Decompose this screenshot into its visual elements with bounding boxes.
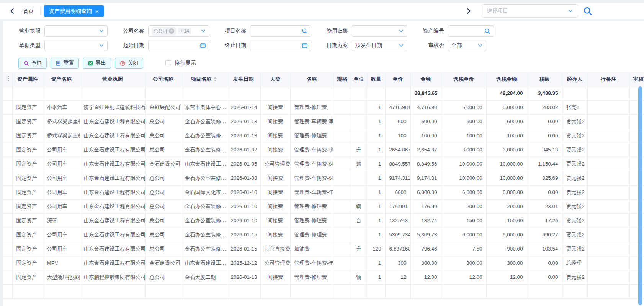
column-header-company: 公司名称 <box>145 72 181 86</box>
table-row[interactable]: 固定资产大型液压挖掘机山东鹏程控股集团有限公司总公司金石大厦二期2026-01-… <box>3 270 644 284</box>
cell-remark <box>587 100 629 114</box>
cell-date: 2026-01-14 <box>227 100 260 114</box>
chevron-down-icon <box>399 28 404 34</box>
cell-expense: 管理费-车辆费-保 <box>290 157 333 171</box>
cell-handler: 总经理 <box>562 256 587 270</box>
project-name-input[interactable] <box>253 26 299 36</box>
expense-collect-select[interactable] <box>352 25 407 37</box>
cell-tax_total: 5,000.00 <box>486 100 527 114</box>
remove-tag-icon[interactable]: × <box>169 28 174 34</box>
asset-no-input[interactable] <box>451 26 482 36</box>
table-row[interactable]: 固定资产公司用车山东金石建设工程有限公司总公司金石办公室装修…2026-01-0… <box>3 143 644 157</box>
close-button[interactable]: 关闭 <box>115 58 143 69</box>
export-button[interactable]: 导出 <box>83 58 111 69</box>
close-tab-icon[interactable]: × <box>95 8 99 14</box>
table-row[interactable]: 固定资产公司用车山东金石建设工程有限公司总公司金石办公室装修…2026-01-1… <box>3 242 644 256</box>
cell-empty <box>80 284 145 298</box>
cell-project: 金石办公室装修… <box>181 199 227 213</box>
audited-select[interactable]: 全部 <box>448 40 486 51</box>
cell-spec <box>333 100 351 114</box>
cell-remark <box>587 199 629 213</box>
document-icon <box>56 60 61 66</box>
summary-cell-qty <box>367 86 385 100</box>
date-scheme-select[interactable]: 按发生日期 <box>352 40 407 51</box>
cell-price: 5309.734 <box>385 228 410 242</box>
project-select-placeholder: 选择项目 <box>487 8 568 15</box>
cell-handle <box>3 129 12 143</box>
cell-unit: 升 <box>351 242 367 256</box>
global-search-icon[interactable] <box>583 6 593 16</box>
content-panel: 营业执照 公司名称 总公司× + 14 项目名称 <box>3 21 644 306</box>
cell-empty <box>260 284 290 298</box>
tabs-scroll-left-icon[interactable] <box>8 7 16 15</box>
cell-handler: 贾元强2 <box>562 171 587 185</box>
cell-tax_price: 6,000.00 <box>441 228 486 242</box>
cell-project: 金石办公室装修… <box>181 114 227 129</box>
company-name-select[interactable]: 总公司× + 14 <box>148 25 209 37</box>
cell-expense: 管理费-修理费 <box>290 100 333 114</box>
table-row[interactable]: 固定资产深蓝山东金石建设工程有限公司总公司金石办公室装修…2026-01-10间… <box>3 213 644 228</box>
cell-date: 2026-01-13 <box>227 114 260 129</box>
cell-remark <box>587 256 629 270</box>
start-date-input[interactable] <box>148 40 209 51</box>
cell-qty: 1 <box>367 228 385 242</box>
wrap-display-checkbox[interactable] <box>165 60 171 66</box>
cell-spec <box>333 143 351 157</box>
cell-attr: 固定资产 <box>12 185 43 199</box>
table-row[interactable]: 固定资产桥式双梁起重机山东金石建设工程有限公司总公司金石办公室装修…2026-0… <box>3 114 644 129</box>
tab-asset-expense-query[interactable]: 资产费用明细查询 × <box>44 5 104 17</box>
cell-tax_total: 6,000.00 <box>486 228 527 242</box>
cell-handle <box>3 100 12 114</box>
cell-project: 金石办公室装修… <box>181 242 227 256</box>
asset-no-input-wrap[interactable] <box>448 25 494 37</box>
table-row[interactable]: 固定资产桥式双梁起重机山东金石建设工程有限公司总公司金石办公室装修…2026-0… <box>3 129 644 143</box>
query-button[interactable]: 查询 <box>18 58 47 69</box>
cell-category: 间接费 <box>260 185 290 199</box>
calendar-icon <box>302 42 308 49</box>
project-name-input-wrap[interactable] <box>250 25 311 37</box>
tabs-scroll-right-icon[interactable] <box>465 7 472 15</box>
cell-company: 总公司 <box>145 129 181 143</box>
table-row[interactable]: 固定资产公司用车山东金石建设工程有限公司金石建设公司山东金石建设工…2026-0… <box>3 157 644 171</box>
table-row[interactable]: 固定资产公司用车山东金石建设工程有限公司总公司金石办公室装修…2026-01-1… <box>3 228 644 242</box>
cell-project: 山东金石建设工… <box>181 256 227 270</box>
cell-tax_total: 200.00 <box>486 199 527 213</box>
drag-handle-icon[interactable] <box>6 75 10 81</box>
close-circle-icon <box>120 60 126 66</box>
project-select[interactable]: 选择项目 <box>482 4 578 18</box>
column-header-qty: 数量 <box>367 72 385 86</box>
summary-cell-date <box>227 86 260 100</box>
table-row[interactable]: 固定资产MPV山东金石建设工程有限公司金石建设公司山东金石建设工…2025-12… <box>3 256 644 270</box>
cell-unit: 升 <box>351 143 367 157</box>
reset-button[interactable]: 重置 <box>51 58 79 69</box>
cell-company: 总公司 <box>145 185 181 199</box>
cell-license: 山东金石建设工程有限公司 <box>80 157 145 171</box>
cell-name: 大型液压挖掘机 <box>43 270 80 284</box>
cell-expense: 加油费 <box>290 242 333 256</box>
column-header-tax_total: 含税金额 <box>486 72 527 86</box>
table-row[interactable]: 固定资产小米汽车济宁金虹装配式建筑科技有金虹装配公司东营市奥体中心…2026-0… <box>3 100 644 114</box>
vertical-scrollbar[interactable] <box>638 86 642 305</box>
end-date-input[interactable] <box>250 40 311 51</box>
tab-home[interactable]: 首页 <box>21 7 35 16</box>
sort-carets-icon[interactable] <box>214 77 217 81</box>
cell-company: 金石建设公司 <box>145 256 181 270</box>
table-row[interactable]: 固定资产公司用车山东金石建设工程有限公司总公司金石国际文化市…2026-01-1… <box>3 185 644 199</box>
doc-type-select[interactable] <box>44 40 108 51</box>
cell-attr: 固定资产 <box>12 199 43 213</box>
cell-price: 4716.981 <box>385 100 410 114</box>
cell-tax: 1,150.44 <box>527 157 562 171</box>
column-header-license: 营业执照 <box>80 72 145 86</box>
excel-export-icon <box>88 60 93 66</box>
cell-price: 12 <box>385 270 410 284</box>
cell-spec <box>333 213 351 228</box>
cell-handle <box>3 199 12 213</box>
cell-project: 山东金石建设工… <box>181 157 227 171</box>
table-row[interactable]: 固定资产公司用车山东金石建设工程有限公司总公司金石办公室装修…2026-01-0… <box>3 171 644 185</box>
cell-unit <box>351 228 367 242</box>
business-license-select[interactable] <box>44 25 108 37</box>
cell-category: 公司管理费 <box>260 157 290 171</box>
table-row[interactable]: 固定资产公司用车山东金石建设工程有限公司总公司金石办公室装修…2026-01-1… <box>3 199 644 213</box>
column-header-handle <box>3 72 12 86</box>
column-header-project[interactable]: 项目名称 <box>181 72 227 86</box>
